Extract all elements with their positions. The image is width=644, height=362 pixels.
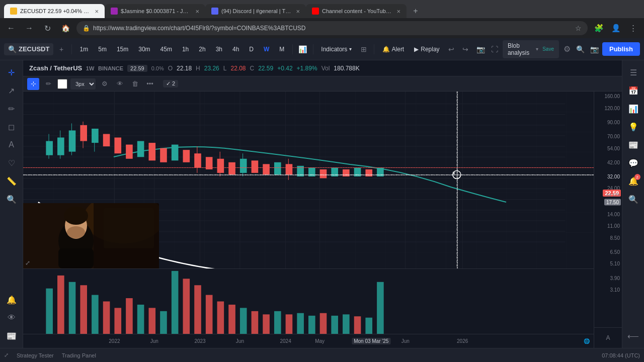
sidebar-cursor-tool[interactable]: ✛ (4, 64, 20, 80)
add-symbol-btn[interactable]: + (55, 42, 67, 56)
replay-btn[interactable]: ▶ Replay (410, 42, 443, 56)
time-label-2024: 2024 (280, 338, 291, 344)
tab-close-zec[interactable]: × (95, 8, 99, 15)
chart-type-btn[interactable]: 📊 (297, 42, 308, 56)
sidebar-patterns-tool[interactable]: ♡ (4, 155, 20, 171)
webcam-expand-btn[interactable]: ⤢ (25, 259, 30, 266)
select-tool-btn[interactable]: ⊹ (27, 78, 39, 90)
sidebar-pen-tool[interactable]: ✏ (4, 101, 20, 117)
drawing-more-btn[interactable]: ••• (144, 78, 156, 90)
sidebar-news-tool[interactable]: 📰 (4, 328, 20, 344)
chart-svg-area[interactable]: × (23, 92, 594, 268)
svg-rect-88 (172, 271, 179, 334)
l-value: 22.08 (230, 65, 246, 72)
tab-jasmine[interactable]: $Jasmine $0.0003871 - Jasmine... × (105, 4, 205, 18)
drawing-settings-btn[interactable]: ⚙ (99, 78, 111, 90)
color-picker[interactable] (57, 79, 67, 89)
rp-ideas-btn[interactable]: 💡 (625, 119, 641, 135)
strategy-tester-btn[interactable]: Strategy Tester (17, 352, 54, 358)
tab-close-jasmine[interactable]: × (195, 8, 199, 15)
undo-btn[interactable]: ↩ (446, 42, 457, 56)
tab-favicon-yt (312, 8, 319, 15)
fullscreen-btn[interactable]: ⛶ (489, 42, 501, 56)
svg-rect-30 (103, 134, 110, 146)
alert-btn[interactable]: 🔔 Alert (378, 42, 409, 56)
svg-rect-45 (274, 162, 281, 175)
tf-3h[interactable]: 3h (212, 42, 226, 56)
tab-zec[interactable]: ZECUSDT 22.59 +0.04% Bio... × (4, 4, 105, 18)
home-btn[interactable]: 🏠 (58, 21, 72, 35)
tf-1m[interactable]: 1m (76, 42, 93, 56)
publish-btn[interactable]: Publish (602, 42, 640, 56)
back-btn[interactable]: ← (4, 21, 18, 35)
settings-btn[interactable]: ⚙ (561, 42, 573, 56)
rp-calendar-btn[interactable]: 📅 (625, 82, 641, 99)
tf-m[interactable]: M (275, 42, 288, 56)
extensions-btn[interactable]: 🧩 (592, 21, 606, 35)
new-tab-btn[interactable]: + (409, 4, 423, 18)
expand-btn[interactable]: ⤢ (4, 352, 9, 358)
tf-1h[interactable]: 1h (178, 42, 193, 56)
stroke-width-select[interactable]: 3px (70, 78, 96, 89)
rp-zoom-out-btn[interactable]: ⟵ (625, 328, 641, 344)
zoom-btn[interactable]: 🔍 (575, 42, 586, 56)
redo-btn[interactable]: ↪ (459, 42, 471, 56)
rp-zoom-in-btn[interactable]: 🔍 (625, 191, 641, 207)
svg-rect-50 (331, 167, 338, 176)
bookmark-icon[interactable]: ☆ (575, 24, 582, 32)
volume-area (23, 268, 594, 334)
drawing-counter: ✓ 2 (163, 80, 178, 87)
tab-label-jasmine: $Jasmine $0.0003871 - Jasmine... (121, 8, 190, 14)
price-32: 32.00 (607, 173, 620, 179)
pen-drawing-btn[interactable]: ✏ (42, 78, 54, 90)
rp-chart-btn[interactable]: 📊 (625, 101, 641, 117)
tf-d[interactable]: D (245, 42, 258, 56)
screenshot-btn[interactable]: 📷 (475, 42, 487, 56)
tf-w[interactable]: W (260, 42, 273, 56)
camera-btn[interactable]: 📷 (589, 42, 600, 56)
chart-timeframe: 1W (86, 65, 95, 71)
tf-5m[interactable]: 5m (94, 42, 111, 56)
rp-watchlist-btn[interactable]: ☰ (625, 64, 641, 80)
sidebar-measure-tool[interactable]: 📏 (4, 173, 20, 189)
sidebar-text-tool[interactable]: A (4, 137, 20, 153)
profile-btn[interactable]: 👤 (609, 21, 623, 35)
symbol-search[interactable]: 🔍 ZECUSDT (4, 43, 53, 55)
timezone-icon[interactable]: 🌐 (584, 338, 590, 344)
tab-close-yt[interactable]: × (396, 8, 400, 15)
menu-btn[interactable]: ⋮ (626, 21, 640, 35)
time-label-jun-23: Jun (236, 338, 244, 344)
tab-close-discord[interactable]: × (296, 8, 300, 15)
tf-4h[interactable]: 4h (228, 42, 243, 56)
tab-yt[interactable]: Channel content - YouTube Stu... × (306, 4, 407, 18)
sidebar-watchlist-tool[interactable]: 👁 (4, 310, 20, 326)
tab-discord[interactable]: (94) Discord | #general | TheW... × (205, 4, 306, 18)
sidebar-zoom-tool[interactable]: 🔍 (4, 191, 20, 207)
trading-panel-btn[interactable]: Trading Panel (62, 352, 96, 358)
rp-news-btn[interactable]: 📰 (625, 137, 641, 153)
sidebar-alerts-tool[interactable]: 🔔 (4, 292, 20, 308)
indicators-btn[interactable]: Indicators ▾ (317, 42, 356, 56)
scale-auto-btn[interactable]: A (600, 330, 616, 346)
drawing-visibility-btn[interactable]: 👁 (114, 78, 126, 90)
price-8-5: 8.50 (610, 235, 620, 240)
sidebar-shapes-tool[interactable]: ◻ (4, 119, 20, 135)
rp-chat-btn[interactable]: 💬 (625, 155, 641, 171)
blob-analysis-btn[interactable]: Blob analysis ▾ Save (503, 40, 559, 58)
blob-analysis-chevron: ▾ (536, 46, 538, 52)
svg-rect-41 (228, 162, 235, 175)
omnibox[interactable]: 🔒 https://www.tradingview.com/chart/O4I5… (76, 21, 588, 35)
omnibox-actions: 🧩 👤 ⋮ (592, 21, 640, 35)
layouts-btn[interactable]: ⊞ (358, 42, 369, 56)
tf-45m[interactable]: 45m (156, 42, 176, 56)
drawing-delete-btn[interactable]: 🗑 (129, 78, 141, 90)
chart-area-wrapper: × (23, 92, 622, 348)
tf-30m[interactable]: 30m (134, 42, 154, 56)
sidebar-trend-line[interactable]: ↗ (4, 82, 20, 99)
tf-2h[interactable]: 2h (195, 42, 209, 56)
svg-rect-25 (46, 141, 53, 155)
forward-btn[interactable]: → (22, 21, 36, 35)
reload-btn[interactable]: ↻ (40, 21, 54, 35)
rp-alerts-btn[interactable]: 🔔 2 (625, 173, 641, 189)
tf-15m[interactable]: 15m (113, 42, 132, 56)
